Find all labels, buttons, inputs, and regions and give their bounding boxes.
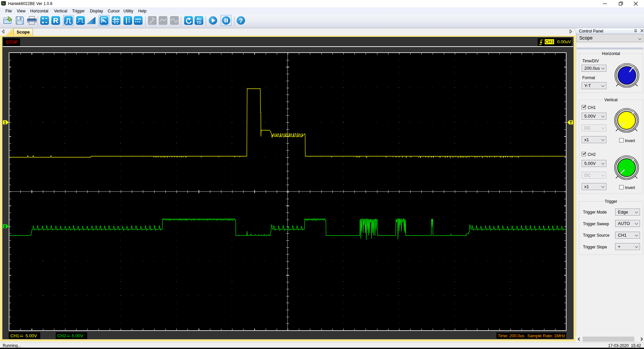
svg-text:T: T xyxy=(570,120,572,125)
svg-text:1: 1 xyxy=(4,120,6,125)
svg-text:TO: TO xyxy=(197,20,201,24)
svg-text:?: ? xyxy=(239,17,243,24)
svg-text:R: R xyxy=(53,16,58,25)
svg-text:2: 2 xyxy=(4,224,6,229)
svg-text:AU: AU xyxy=(196,17,201,21)
